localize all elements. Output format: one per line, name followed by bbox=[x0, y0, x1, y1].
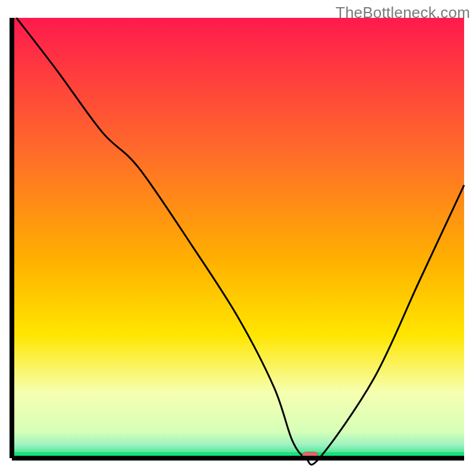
chart-background-gradient bbox=[12, 18, 464, 458]
watermark-text: TheBottleneck.com bbox=[336, 4, 470, 22]
chart-container: TheBottleneck.com bbox=[0, 0, 476, 476]
bottleneck-chart bbox=[0, 0, 476, 476]
